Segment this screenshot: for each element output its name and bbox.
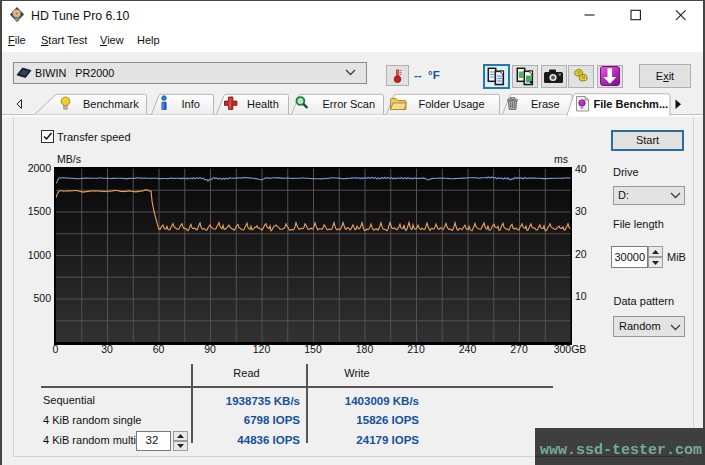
svg-text:Info: Info: [182, 98, 200, 110]
svg-text:Erase: Erase: [531, 98, 560, 110]
svg-text:Health: Health: [247, 98, 279, 110]
svg-text:Benchmark: Benchmark: [83, 98, 139, 110]
svg-text:Error Scan: Error Scan: [323, 98, 376, 110]
svg-text:File Benchm...: File Benchm...: [594, 98, 669, 110]
svg-text:Folder Usage: Folder Usage: [419, 98, 485, 110]
